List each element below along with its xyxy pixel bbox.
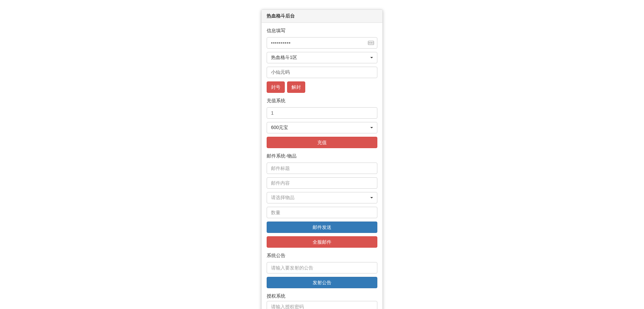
mail-item-value: 请选择物品 bbox=[271, 195, 294, 200]
announce-label: 系统公告 bbox=[267, 253, 377, 259]
auth-password-input[interactable] bbox=[267, 301, 377, 309]
player-input[interactable] bbox=[267, 67, 377, 78]
admin-panel: 热血格斗后台 信息填写 热血格斗1区 封号 解封 bbox=[261, 9, 383, 309]
recharge-package-toggle[interactable]: 600元宝 bbox=[267, 122, 377, 133]
recharge-package-value: 600元宝 bbox=[271, 125, 288, 130]
section-info: 信息填写 热血格斗1区 封号 解封 bbox=[267, 28, 377, 93]
panel-body: 信息填写 热血格斗1区 封号 解封 充值系统 bbox=[262, 23, 382, 309]
section-announce: 系统公告 发射公告 bbox=[267, 253, 377, 288]
mail-item-select[interactable]: 请选择物品 bbox=[267, 192, 377, 203]
announce-input[interactable] bbox=[267, 262, 377, 273]
announce-button[interactable]: 发射公告 bbox=[267, 277, 377, 288]
recharge-package-select[interactable]: 600元宝 bbox=[267, 122, 377, 133]
mail-content-input[interactable] bbox=[267, 177, 377, 189]
mail-item-toggle[interactable]: 请选择物品 bbox=[267, 192, 377, 203]
chevron-down-icon bbox=[370, 127, 373, 128]
recharge-amount-input[interactable] bbox=[267, 107, 377, 119]
unban-button[interactable]: 解封 bbox=[287, 81, 305, 93]
auth-label: 授权系统 bbox=[267, 293, 377, 299]
recharge-label: 充值系统 bbox=[267, 98, 377, 104]
server-select-toggle[interactable]: 热血格斗1区 bbox=[267, 52, 377, 63]
server-select[interactable]: 热血格斗1区 bbox=[267, 52, 377, 63]
server-select-value: 热血格斗1区 bbox=[271, 55, 297, 60]
mail-qty-input[interactable] bbox=[267, 207, 377, 218]
mail-label: 邮件系统-物品 bbox=[267, 153, 377, 159]
chevron-down-icon bbox=[370, 197, 373, 198]
panel-header: 热血格斗后台 bbox=[262, 10, 382, 23]
chevron-down-icon bbox=[370, 57, 373, 58]
section-auth: 授权系统 无限元宝 物品后台 取消权限 修改密码 bbox=[267, 293, 377, 309]
ban-button[interactable]: 封号 bbox=[267, 81, 285, 93]
info-label: 信息填写 bbox=[267, 28, 377, 34]
recharge-button[interactable]: 充值 bbox=[267, 137, 377, 148]
mail-allserver-button[interactable]: 全服邮件 bbox=[267, 236, 377, 248]
mail-title-input[interactable] bbox=[267, 163, 377, 174]
panel-title: 热血格斗后台 bbox=[267, 13, 377, 19]
password-input[interactable] bbox=[267, 37, 377, 49]
mail-send-button[interactable]: 邮件发送 bbox=[267, 222, 377, 233]
ban-buttons: 封号 解封 bbox=[267, 81, 377, 93]
password-wrap bbox=[267, 37, 377, 49]
section-recharge: 充值系统 600元宝 充值 bbox=[267, 98, 377, 148]
section-mail: 邮件系统-物品 请选择物品 邮件发送 全服邮件 bbox=[267, 153, 377, 248]
